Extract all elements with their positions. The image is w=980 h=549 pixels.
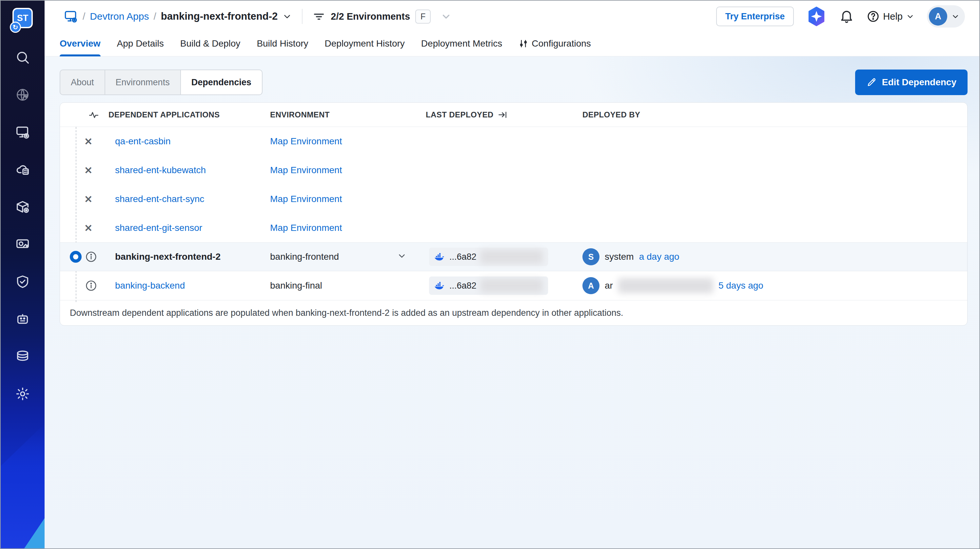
subtab-about[interactable]: About	[60, 70, 105, 94]
column-header-dependent-applications: DEPENDENT APPLICATIONS	[108, 110, 270, 120]
deploy-arrow-icon	[498, 110, 508, 120]
security-icon[interactable]	[15, 274, 30, 289]
app-link[interactable]: banking-backend	[115, 281, 185, 290]
redacted-deployer-name	[618, 278, 713, 293]
deployer-name: ar	[605, 281, 613, 291]
filter-icon	[312, 10, 326, 23]
environment-filter-chevron-icon	[441, 11, 452, 22]
settings-icon[interactable]	[15, 386, 30, 401]
devtron-logo[interactable]: ST ↻	[13, 8, 33, 28]
app-switcher-chevron-icon[interactable]	[282, 11, 292, 21]
app-link[interactable]: shared-ent-kubewatch	[115, 165, 206, 175]
help-label: Help	[883, 11, 903, 22]
breadcrumb: / Devtron Apps / banking-next-frontend-2	[64, 9, 292, 24]
table-row-shared-ent-git-sensor: ✕ shared-ent-git-sensor Map Environment	[60, 214, 967, 243]
breadcrumb-root-link[interactable]: Devtron Apps	[90, 11, 149, 22]
storage-icon[interactable]	[15, 349, 30, 364]
excluded-x-icon: ✕	[84, 136, 92, 147]
table-row-shared-ent-chart-sync: ✕ shared-ent-chart-sync Map Environment	[60, 185, 967, 214]
excluded-x-icon: ✕	[84, 222, 92, 234]
map-environment-link[interactable]: Map Environment	[270, 194, 342, 204]
ai-sparkle-icon[interactable]	[806, 6, 827, 27]
tab-configurations[interactable]: Configurations	[519, 38, 591, 56]
overview-content: About Environments Dependencies Edit Dep…	[45, 56, 979, 548]
table-row-banking-backend: banking-backend banking-final ...6a82	[60, 271, 967, 300]
column-header-environment: ENVIRONMENT	[270, 110, 426, 120]
redacted-image-tag	[480, 279, 543, 292]
tab-overview[interactable]: Overview	[60, 38, 100, 56]
current-app-radio-icon	[70, 251, 82, 263]
user-menu[interactable]: A	[927, 5, 965, 27]
info-icon[interactable]	[85, 279, 97, 292]
help-chevron-icon	[906, 12, 915, 21]
search-icon[interactable]	[15, 50, 30, 65]
divider	[302, 9, 302, 24]
applications-icon[interactable]	[15, 124, 30, 140]
app-link[interactable]: shared-ent-chart-sync	[115, 194, 204, 204]
deployer-name: system	[605, 252, 634, 262]
packages-icon[interactable]	[15, 199, 30, 214]
app-window: ST ↻	[0, 0, 980, 549]
current-app-name: banking-next-frontend-2	[115, 252, 221, 262]
column-header-deployed-by: DEPLOYED BY	[582, 110, 967, 120]
tab-build-deploy[interactable]: Build & Deploy	[180, 38, 240, 56]
sliders-icon	[519, 39, 528, 48]
app-link[interactable]: shared-ent-git-sensor	[115, 223, 202, 233]
redacted-image-tag	[480, 250, 543, 264]
environment-value: banking-final	[270, 281, 322, 291]
subtab-environments[interactable]: Environments	[105, 70, 181, 94]
app-tab-bar: Overview App Details Build & Deploy Buil…	[45, 32, 979, 56]
top-bar: / Devtron Apps / banking-next-frontend-2…	[45, 1, 979, 32]
map-environment-link[interactable]: Map Environment	[270, 165, 342, 176]
pencil-icon	[866, 77, 877, 88]
deployed-time-link[interactable]: 5 days ago	[718, 281, 764, 291]
sidebar: ST ↻	[1, 1, 45, 548]
logo-text: ST	[17, 13, 29, 23]
tab-build-history[interactable]: Build History	[257, 38, 308, 56]
table-row-banking-next-frontend-2: banking-next-frontend-2 banking-frontend	[60, 243, 967, 271]
deployed-time-link[interactable]: a day ago	[639, 252, 679, 262]
app-breadcrumb-icon	[64, 9, 78, 24]
environment-dropdown-chevron-icon[interactable]	[397, 251, 407, 263]
table-row-qa-ent-casbin: ✕ qa-ent-casbin Map Environment	[60, 127, 967, 156]
info-icon[interactable]	[85, 251, 97, 263]
help-menu[interactable]: Help	[867, 10, 915, 23]
table-header-row: DEPENDENT APPLICATIONS ENVIRONMENT LAST …	[60, 103, 967, 127]
bot-icon[interactable]	[15, 311, 30, 327]
tab-deployment-history[interactable]: Deployment History	[325, 38, 405, 56]
docker-icon	[434, 252, 445, 261]
subtab-dependencies[interactable]: Dependencies	[181, 70, 262, 94]
breadcrumb-current-app: banking-next-frontend-2	[161, 11, 278, 22]
user-avatar: A	[929, 7, 947, 26]
image-tag-text: ...6a82	[449, 281, 477, 291]
map-environment-link[interactable]: Map Environment	[270, 136, 342, 147]
image-tag-text: ...6a82	[449, 252, 477, 262]
tab-deployment-metrics[interactable]: Deployment Metrics	[421, 38, 502, 56]
app-link[interactable]: qa-ent-casbin	[115, 136, 171, 146]
user-menu-chevron-icon	[951, 12, 960, 21]
image-tag-chip[interactable]: ...6a82	[429, 276, 548, 295]
dependencies-table: DEPENDENT APPLICATIONS ENVIRONMENT LAST …	[60, 102, 967, 326]
image-tag-chip[interactable]: ...6a82	[429, 247, 548, 266]
infrastructure-icon[interactable]	[15, 162, 30, 177]
excluded-x-icon: ✕	[84, 164, 92, 176]
help-question-icon	[867, 10, 880, 23]
cost-visibility-icon[interactable]	[15, 237, 30, 252]
overview-subtabs: About Environments Dependencies	[60, 70, 262, 95]
breadcrumb-separator: /	[83, 11, 85, 22]
deployer-avatar: A	[582, 277, 600, 294]
environment-value: banking-frontend	[270, 252, 339, 262]
environment-filter[interactable]: 2/2 Environments F	[312, 10, 452, 24]
map-environment-link[interactable]: Map Environment	[270, 223, 342, 233]
edit-dependency-button[interactable]: Edit Dependency	[855, 70, 967, 95]
deployer-avatar: S	[582, 248, 600, 265]
tab-app-details[interactable]: App Details	[117, 38, 164, 56]
try-enterprise-button[interactable]: Try Enterprise	[716, 6, 794, 26]
activity-pulse-icon	[88, 109, 99, 120]
notifications-bell-icon[interactable]	[839, 9, 854, 24]
sync-icon: ↻	[10, 22, 21, 33]
global-trends-icon[interactable]	[15, 87, 30, 102]
shortcut-badge: F	[415, 10, 431, 24]
table-footer-note: Downstream dependent applications are po…	[60, 300, 967, 326]
column-header-last-deployed: LAST DEPLOYED	[426, 110, 582, 120]
